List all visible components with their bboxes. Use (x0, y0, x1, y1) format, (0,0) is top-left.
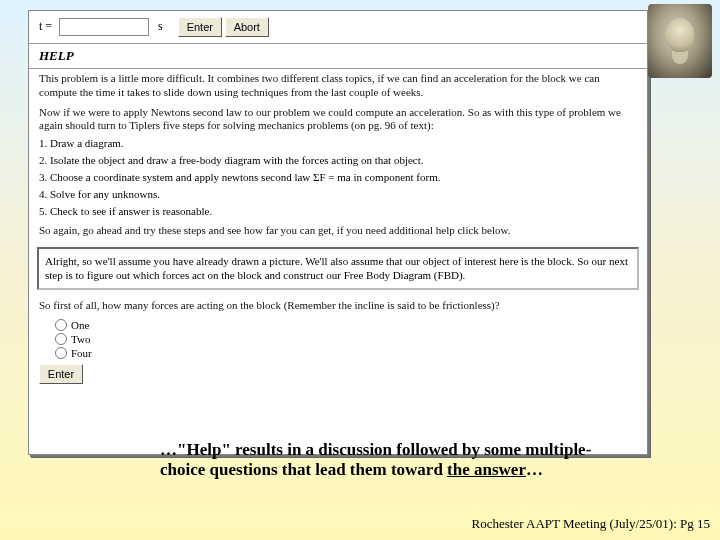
enter-button[interactable]: Enter (178, 17, 222, 37)
mc-option-one[interactable]: One (55, 318, 637, 332)
caption-underline: the answer (447, 460, 526, 479)
slide-footer: Rochester AAPT Meeting (July/25/01): Pg … (472, 516, 710, 532)
mc-options: One Two Four (29, 316, 647, 360)
mc-option-four[interactable]: Four (55, 346, 637, 360)
step-4: 4. Solve for any unknowns. (29, 187, 647, 204)
caption-post: … (526, 460, 543, 479)
radio-two[interactable] (55, 333, 67, 345)
t-unit: s (158, 19, 163, 33)
mc-label: Two (71, 333, 90, 345)
mc-label: One (71, 319, 89, 331)
radio-four[interactable] (55, 347, 67, 359)
step-1: 1. Draw a diagram. (29, 136, 647, 153)
help-heading: HELP (29, 44, 647, 66)
answer-row: t = s Enter Abort (29, 11, 647, 41)
mc-label: Four (71, 347, 92, 359)
slide-caption: …"Help" results in a discussion followed… (160, 440, 630, 481)
socrates-portrait (648, 4, 712, 78)
hint-box: Alright, so we'll assume you have alread… (37, 247, 639, 291)
mc-option-two[interactable]: Two (55, 332, 637, 346)
step-2: 2. Isolate the object and draw a free-bo… (29, 153, 647, 170)
help-para-3: So again, go ahead and try these steps a… (29, 221, 647, 241)
mc-enter-button[interactable]: Enter (39, 364, 83, 384)
help-para-2: Now if we were to apply Newtons second l… (29, 103, 647, 137)
help-para-1: This problem is a little more difficult.… (29, 69, 647, 103)
step-3: 3. Choose a coordinate system and apply … (29, 170, 647, 187)
t-label: t = (39, 19, 52, 33)
mc-question: So first of all, how many forces are act… (29, 296, 647, 316)
step-5: 5. Check to see if answer is reasonable. (29, 204, 647, 221)
abort-button[interactable]: Abort (225, 17, 269, 37)
problem-panel: t = s Enter Abort HELP This problem is a… (28, 10, 648, 455)
t-input[interactable] (59, 18, 149, 36)
radio-one[interactable] (55, 319, 67, 331)
